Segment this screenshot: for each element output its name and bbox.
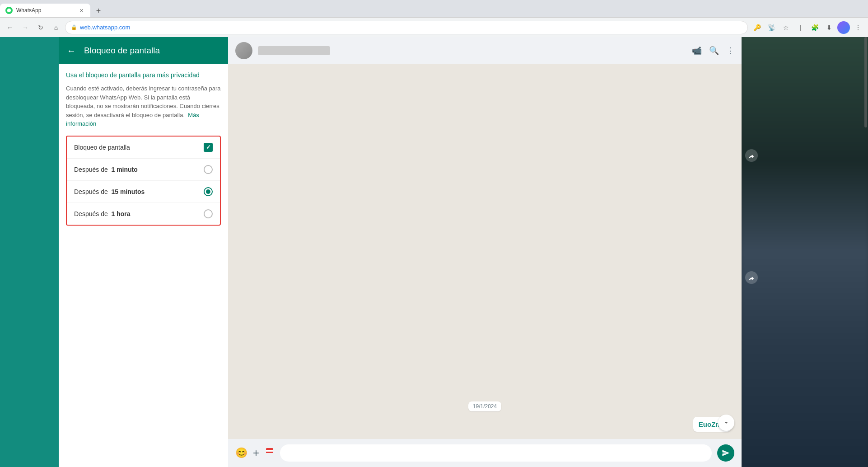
forward-button[interactable]: → [19,21,32,34]
back-button[interactable]: ← [4,21,16,34]
reload-button[interactable]: ↻ [34,21,47,34]
after-15min-radio-inner [206,189,210,194]
chat-menu-icon[interactable]: ⋮ [726,46,734,56]
address-bar[interactable]: 🔒 web.whatsapp.com [65,21,748,34]
svg-rect-1 [266,450,273,452]
forward-button-1[interactable] [745,149,758,162]
after-1min-option-row[interactable]: Después de 1 minuto [67,159,220,181]
extensions-icon[interactable]: 🧩 [808,21,821,34]
chat-input-field[interactable] [280,444,712,462]
send-button[interactable] [717,444,734,462]
screen-lock-label: Bloqueo de pantalla [74,144,130,151]
after-1hr-option-row[interactable]: Después de 1 hora [67,203,220,225]
sticker-button[interactable] [265,447,275,459]
after-1min-label: Después de 1 minuto [74,166,138,173]
scroll-down-button[interactable] [718,415,734,431]
wa-sidebar-top [0,37,59,64]
profile-icon[interactable] [837,21,850,34]
after-1hr-label: Después de 1 hora [74,210,131,217]
cast-icon[interactable]: 📡 [765,21,778,34]
options-box: Bloqueo de pantalla Después de 1 minuto … [66,136,221,226]
search-chat-icon[interactable]: 🔍 [709,46,719,56]
browser-toolbar-right: 🔑 📡 ☆ | 🧩 ⬇ ⋮ [751,21,864,34]
emoji-button[interactable]: 😊 [235,447,247,459]
password-manager-icon[interactable]: 🔑 [751,21,763,34]
tab-favicon [5,7,13,14]
after-1hr-radio[interactable] [204,209,213,218]
chat-input-bar: 😊 + [228,439,742,467]
home-button[interactable]: ⌂ [50,21,62,34]
after-15min-radio[interactable] [204,187,213,196]
chat-avatar [235,42,252,59]
wa-left-sidebar [0,37,59,467]
settings-header: ← Bloqueo de pantalla [59,37,228,64]
settings-title: Bloqueo de pantalla [84,46,160,56]
chat-image-panel [742,37,868,467]
menu-icon[interactable]: ⋮ [852,21,864,34]
browser-tab-whatsapp[interactable]: WhatsApp ✕ [0,4,90,17]
tab-title: WhatsApp [16,7,74,14]
downloads-icon[interactable]: ⬇ [823,21,835,34]
settings-description-text: Cuando esté activado, deberás ingresar t… [66,84,221,128]
divider-icon: | [794,21,807,34]
screen-lock-checkbox[interactable] [204,143,213,152]
browser-chrome: WhatsApp ✕ + ← → ↻ ⌂ 🔒 web.whatsapp.com … [0,0,868,37]
bookmark-icon[interactable]: ☆ [779,21,792,34]
new-tab-button[interactable]: + [92,5,105,17]
forward-button-2[interactable] [745,271,758,284]
chat-name-bar [258,46,330,55]
chat-image-blur [742,37,868,467]
svg-rect-2 [266,452,273,453]
tab-close-button[interactable]: ✕ [78,7,85,14]
browser-toolbar: ← → ↻ ⌂ 🔒 web.whatsapp.com 🔑 📡 ☆ | 🧩 ⬇ ⋮ [0,17,868,37]
whatsapp-app: ← Bloqueo de pantalla Usa el bloqueo de … [0,37,868,467]
chat-date-badge: 19/1/2024 [468,401,501,411]
settings-body: Usa el bloqueo de pantalla para más priv… [59,64,228,467]
settings-panel: ← Bloqueo de pantalla Usa el bloqueo de … [59,37,228,467]
chat-header-right: 📹 🔍 ⋮ [692,46,734,56]
lock-icon: 🔒 [71,24,77,30]
after-15min-label: Después de 15 minutos [74,188,145,195]
settings-description-link[interactable]: Usa el bloqueo de pantalla para más priv… [66,71,221,79]
browser-tabs: WhatsApp ✕ + [0,0,868,17]
screen-lock-option-row: Bloqueo de pantalla [67,137,220,159]
after-15min-option-row[interactable]: Después de 15 minutos [67,181,220,203]
chat-messages: 19/1/2024 EuoZnyj [228,64,742,439]
settings-back-button[interactable]: ← [66,45,77,56]
after-1min-radio[interactable] [204,165,213,174]
attach-button[interactable]: + [253,447,259,459]
video-call-icon[interactable]: 📹 [692,46,702,56]
url-text: web.whatsapp.com [80,24,742,31]
chat-header: 📹 🔍 ⋮ [228,37,742,64]
image-panel-scrollbar[interactable] [864,37,867,127]
chat-area: 📹 🔍 ⋮ 19/1/2024 EuoZnyj 😊 + [228,37,742,467]
